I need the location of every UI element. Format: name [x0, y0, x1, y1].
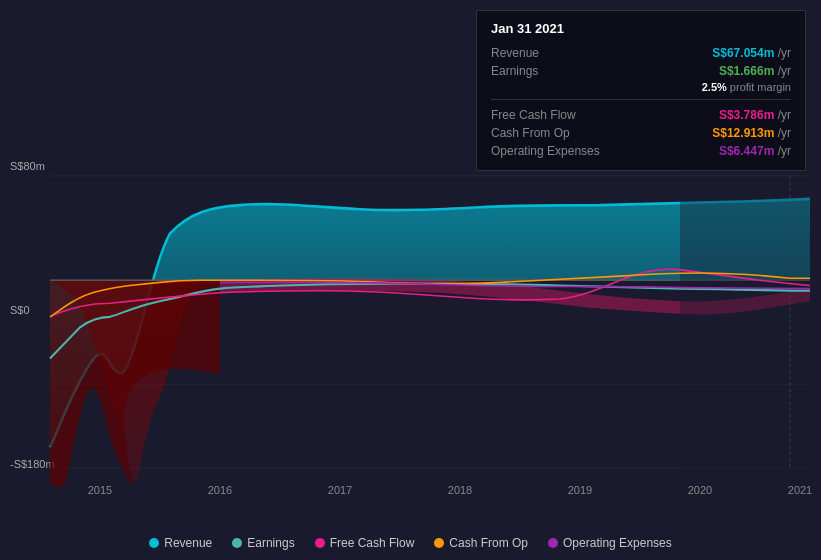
- svg-text:2018: 2018: [448, 484, 472, 496]
- tooltip-panel: Jan 31 2021 Revenue S$67.054m /yr Earnin…: [476, 10, 806, 171]
- legend-label-opex: Operating Expenses: [563, 536, 672, 550]
- svg-text:2021: 2021: [788, 484, 812, 496]
- legend-dot-revenue: [149, 538, 159, 548]
- svg-text:2016: 2016: [208, 484, 232, 496]
- legend-label-fcf: Free Cash Flow: [330, 536, 415, 550]
- legend-dot-cashfromop: [434, 538, 444, 548]
- tooltip-label-earnings: Earnings: [491, 64, 538, 78]
- svg-text:2020: 2020: [688, 484, 712, 496]
- legend-dot-earnings: [232, 538, 242, 548]
- tooltip-row-revenue: Revenue S$67.054m /yr: [491, 44, 791, 62]
- tooltip-value-fcf: S$3.786m /yr: [719, 108, 791, 122]
- legend-label-earnings: Earnings: [247, 536, 294, 550]
- tooltip-label-opex: Operating Expenses: [491, 144, 600, 158]
- tooltip-label-cashfromop: Cash From Op: [491, 126, 570, 140]
- tooltip-value-revenue: S$67.054m /yr: [712, 46, 791, 60]
- tooltip-row-earnings: Earnings S$1.666m /yr: [491, 62, 791, 80]
- tooltip-label-fcf: Free Cash Flow: [491, 108, 576, 122]
- chart-area: S$80m S$0 -S$180m: [0, 155, 821, 510]
- legend-item-fcf[interactable]: Free Cash Flow: [315, 536, 415, 550]
- tooltip-row-cashfromop: Cash From Op S$12.913m /yr: [491, 124, 791, 142]
- tooltip-row-opex: Operating Expenses S$6.447m /yr: [491, 142, 791, 160]
- legend-item-cashfromop[interactable]: Cash From Op: [434, 536, 528, 550]
- tooltip-value-cashfromop: S$12.913m /yr: [712, 126, 791, 140]
- chart-svg: 2015 2016 2017 2018 2019 2020 2021: [0, 155, 821, 510]
- legend-label-revenue: Revenue: [164, 536, 212, 550]
- legend-label-cashfromop: Cash From Op: [449, 536, 528, 550]
- legend-item-revenue[interactable]: Revenue: [149, 536, 212, 550]
- svg-text:2019: 2019: [568, 484, 592, 496]
- legend-dot-opex: [548, 538, 558, 548]
- tooltip-value-opex: S$6.447m /yr: [719, 144, 791, 158]
- svg-text:2015: 2015: [88, 484, 112, 496]
- tooltip-date: Jan 31 2021: [491, 21, 791, 36]
- svg-rect-6: [680, 176, 810, 468]
- profit-margin: 2.5% profit margin: [491, 80, 791, 93]
- tooltip-value-earnings: S$1.666m /yr: [719, 64, 791, 78]
- legend-item-earnings[interactable]: Earnings: [232, 536, 294, 550]
- svg-text:2017: 2017: [328, 484, 352, 496]
- chart-legend: Revenue Earnings Free Cash Flow Cash Fro…: [0, 536, 821, 550]
- legend-item-opex[interactable]: Operating Expenses: [548, 536, 672, 550]
- legend-dot-fcf: [315, 538, 325, 548]
- tooltip-row-fcf: Free Cash Flow S$3.786m /yr: [491, 106, 791, 124]
- tooltip-label-revenue: Revenue: [491, 46, 539, 60]
